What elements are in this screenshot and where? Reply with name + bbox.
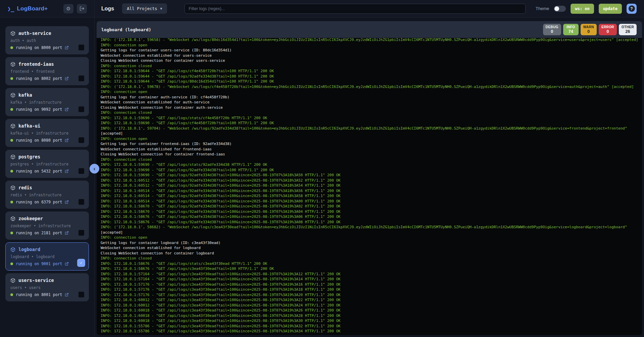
service-card[interactable]: users-service users • users running on 8…: [5, 273, 89, 301]
log-level-badge[interactable]: INFO 74: [563, 24, 579, 35]
service-card[interactable]: redis redis • infrastructure running on …: [5, 181, 89, 209]
log-level-badge[interactable]: DEBUG 0: [543, 24, 561, 35]
log-line: INFO: connection open: [101, 235, 642, 240]
external-link-icon[interactable]: [65, 169, 69, 173]
service-status: running on 8002 port: [16, 76, 62, 81]
logout-button[interactable]: [77, 4, 87, 13]
log-line: INFO: 172.18.0.1:57164 - "GET /api/logs/…: [101, 277, 642, 282]
service-checkbox[interactable]: [78, 44, 85, 51]
status-dot: [10, 232, 13, 234]
external-link-icon[interactable]: [65, 262, 69, 266]
terminal-prompt-icon: ❯_: [7, 5, 14, 12]
service-checkbox[interactable]: [78, 75, 85, 82]
project-selector-label: All Projects: [127, 6, 157, 11]
service-status-row: running on 8000 port: [10, 45, 84, 50]
package-icon: [10, 154, 15, 159]
service-card[interactable]: logboard logboard • logboard running on …: [5, 242, 89, 271]
external-link-icon[interactable]: [65, 293, 69, 297]
log-line: INFO: 172.18.0.1:60514 - "GET /api/logs/…: [101, 193, 642, 199]
log-line: INFO: connection closed: [101, 63, 642, 69]
service-checkbox[interactable]: [78, 137, 85, 143]
settings-button[interactable]: ⚙: [63, 4, 73, 13]
service-checkbox[interactable]: [78, 291, 85, 298]
log-output[interactable]: INFO: ('172.18.0.1', 59658) - "WebSocket…: [97, 38, 642, 335]
service-card[interactable]: frontend-iaas frontend • frontend runnin…: [5, 57, 89, 85]
log-line: INFO: 172.18.0.1:58676 - "GET /api/logs/…: [101, 266, 642, 272]
log-level-badge[interactable]: WARN 0: [581, 24, 597, 35]
external-link-icon[interactable]: [65, 231, 69, 235]
service-name: zookeeper: [18, 216, 43, 221]
service-card-title-row: auth-service: [10, 31, 84, 36]
service-list: auth-service auth • auth running on 8000…: [0, 17, 95, 337]
help-button[interactable]: ?: [627, 4, 637, 14]
log-level-badge[interactable]: ERROR 0: [599, 24, 617, 35]
service-card-title-row: logboard: [10, 247, 84, 252]
external-link-icon[interactable]: [65, 46, 69, 50]
badge-count: 0: [601, 29, 614, 34]
log-line: INFO: 172.18.0.1:57176 - "GET /api/logs/…: [101, 292, 642, 298]
service-status: running on 9001 port: [16, 261, 62, 266]
external-link-icon[interactable]: [65, 138, 69, 142]
service-status: running on 8001 port: [16, 292, 62, 297]
status-dot: [10, 170, 13, 173]
log-filter-input[interactable]: [184, 4, 526, 14]
service-card[interactable]: zookeeper zookeeper • infrastructure run…: [5, 211, 89, 240]
log-line: INFO: ('172.18.0.1', 59704) - "WebSocket…: [101, 126, 642, 136]
log-line: INFO: 172.18.0.1:60512 - "GET /api/logs/…: [101, 178, 642, 183]
log-line: INFO: connection open: [101, 43, 642, 48]
service-name: frontend-iaas: [18, 61, 54, 67]
external-link-icon[interactable]: [65, 107, 69, 111]
log-line: INFO: 172.18.0.1:57176 - "GET /api/logs/…: [101, 282, 642, 287]
service-card-title-row: redis: [10, 185, 84, 190]
service-name: redis: [18, 185, 32, 190]
project-selector[interactable]: All Projects ▼: [122, 3, 167, 14]
log-line: INFO: 172.18.0.1:55786 - "GET /api/logs/…: [101, 324, 642, 329]
log-line: Getting logs for container users-service…: [101, 48, 642, 53]
external-link-icon[interactable]: [65, 77, 69, 81]
toggle-knob: [554, 6, 559, 11]
service-checkbox[interactable]: [78, 199, 85, 205]
package-icon: [10, 247, 15, 252]
service-checkbox[interactable]: [78, 230, 85, 236]
package-icon: [10, 216, 15, 221]
service-status-row: running on 8002 port: [10, 76, 84, 81]
badge-label: INFO: [566, 25, 576, 29]
sidebar-header: ❯_ LogBoard+ ⚙: [0, 0, 95, 17]
service-name: logboard: [18, 247, 40, 252]
service-checkbox[interactable]: [78, 106, 85, 112]
service-card[interactable]: kafka-ui kafka-ui • infrastructure runni…: [5, 119, 89, 147]
websocket-status-button[interactable]: ws: on: [571, 4, 594, 14]
theme-toggle[interactable]: [554, 6, 566, 12]
status-dot: [10, 201, 13, 203]
log-line: Getting logs for container logboard (ID:…: [101, 240, 642, 246]
log-line: INFO: 172.18.0.1:59690 - "GET /api/logs/…: [101, 167, 642, 173]
service-status-row: running on 5432 port: [10, 169, 84, 174]
service-card[interactable]: postgres postgres • infrastructure runni…: [5, 150, 89, 178]
log-line: INFO: 172.18.0.1:59690 - "GET /api/logs/…: [101, 121, 642, 126]
external-link-icon[interactable]: [65, 200, 69, 204]
log-level-badge[interactable]: OTHER 26: [619, 24, 637, 35]
log-line: INFO: connection open: [101, 89, 642, 95]
log-line: INFO: 172.18.0.1:58676 - "GET /api/logs/…: [101, 261, 642, 267]
sidebar-collapse-button[interactable]: ‹: [90, 164, 99, 174]
service-card[interactable]: auth-service auth • auth running on 8000…: [5, 26, 89, 54]
service-meta: auth • auth: [10, 38, 84, 43]
status-dot: [10, 262, 13, 265]
service-checkbox[interactable]: ✓: [77, 259, 85, 267]
log-line: INFO: ('172.18.0.1', 59678) - "WebSocket…: [101, 84, 642, 90]
service-meta: kafka • infrastructure: [10, 100, 84, 105]
log-line: Closing WebSocket connection for contain…: [101, 152, 642, 157]
service-card[interactable]: kafka kafka • infrastructure running on …: [5, 88, 89, 116]
update-button[interactable]: update: [599, 4, 622, 14]
log-line: INFO: 172.18.0.1:57176 - "GET /api/logs/…: [101, 287, 642, 292]
service-checkbox[interactable]: [78, 168, 85, 174]
service-status: running on 5432 port: [16, 169, 62, 174]
service-status-row: running on 2181 port: [10, 231, 84, 235]
service-meta: redis • infrastructure: [10, 193, 84, 197]
service-status-row: running on 8080 port: [10, 138, 84, 143]
log-line: INFO: 172.18.0.1:59644 - "GET /api/logs/…: [101, 68, 642, 74]
package-icon: [10, 62, 15, 67]
log-line: INFO: 172.18.0.1:60018 - "GET /api/logs/…: [101, 308, 642, 313]
log-line: INFO: 172.18.0.1:55786 - "GET /api/logs/…: [101, 329, 642, 334]
service-status: running on 6379 port: [16, 200, 62, 204]
